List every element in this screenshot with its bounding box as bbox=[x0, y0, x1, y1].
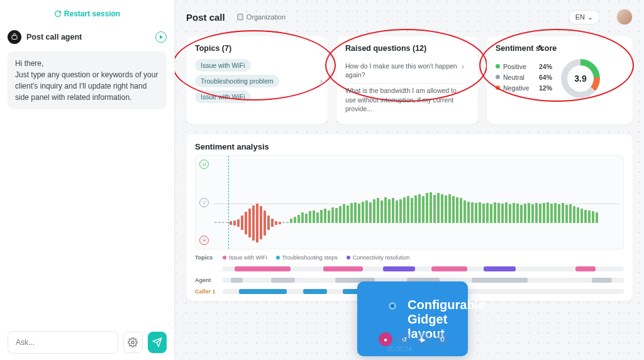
settings-button[interactable] bbox=[123, 332, 143, 353]
positive-dot-icon bbox=[496, 64, 500, 68]
rewind-button[interactable]: ↺ bbox=[397, 332, 411, 346]
sentiment-analysis-title: Sentiment analysis bbox=[195, 142, 624, 151]
chevron-down-icon: ⌄ bbox=[587, 13, 593, 21]
chart-bars bbox=[214, 156, 619, 249]
sentiment-analysis-card: Sentiment analysis Topics Issue with bbox=[186, 134, 633, 301]
play-icon[interactable] bbox=[155, 31, 167, 43]
restart-session-label: Restart session bbox=[64, 9, 120, 18]
ask-input[interactable] bbox=[8, 331, 118, 354]
page-title: Post call bbox=[186, 12, 225, 23]
svg-rect-0 bbox=[12, 36, 17, 40]
svg-rect-2 bbox=[238, 14, 243, 20]
sentiment-card-title: Sentiment score bbox=[496, 44, 624, 53]
happy-face-icon bbox=[199, 160, 209, 169]
agent-title: Post call agent bbox=[26, 33, 150, 41]
chevron-right-icon: › bbox=[462, 61, 464, 72]
main-area: Post call Organization EN ⌄ Topics (7) ›… bbox=[175, 0, 644, 360]
topic-tag[interactable]: Issue with WiFi bbox=[195, 59, 251, 72]
neutral-dot-icon bbox=[496, 75, 500, 79]
sad-face-icon bbox=[199, 236, 209, 245]
topic-tag[interactable]: Troubleshooting problem bbox=[195, 75, 279, 87]
questions-card: Raised questions (12) How do I make sure… bbox=[336, 36, 478, 124]
neutral-face-icon bbox=[199, 198, 209, 207]
agent-header: Post call agent bbox=[8, 26, 167, 48]
playback-controls: ● ↺ ▶ ↻ bbox=[379, 332, 449, 346]
language-selector[interactable]: EN ⌄ bbox=[569, 10, 600, 25]
refresh-icon bbox=[54, 10, 62, 18]
topic-tag[interactable]: Issue with WiFi bbox=[195, 90, 251, 103]
timecode-label: 00:00:24 bbox=[387, 346, 412, 352]
agent-message-body: Just type any question or keywords of yo… bbox=[15, 70, 158, 102]
question-item[interactable]: How do I make sure this won't happen aga… bbox=[345, 59, 469, 84]
organization-pill[interactable]: Organization bbox=[236, 13, 286, 21]
send-icon bbox=[152, 337, 162, 347]
send-button[interactable] bbox=[148, 332, 167, 353]
sentiment-score-card: ↖ Sentiment score Positive24% Neutral64%… bbox=[487, 36, 633, 124]
sentiment-timeline-chart[interactable] bbox=[195, 155, 624, 249]
banner-marker-icon bbox=[389, 302, 396, 310]
topbar: Post call Organization EN ⌄ bbox=[186, 9, 633, 25]
agent-message: Hi there, Just type any question or keyw… bbox=[8, 52, 167, 109]
question-item[interactable]: What is the bandwidth I am allowed to us… bbox=[345, 84, 469, 117]
play-button[interactable]: ▶ bbox=[416, 332, 430, 346]
svg-point-1 bbox=[131, 341, 134, 344]
sidebar: Restart session Post call agent Hi there… bbox=[0, 0, 175, 360]
cursor-icon: ↖ bbox=[538, 43, 545, 52]
topics-track[interactable] bbox=[223, 266, 624, 271]
sentiment-score-value: 3.9 bbox=[567, 65, 594, 92]
topics-card-title: Topics (7) bbox=[195, 44, 319, 53]
sentiment-breakdown: Positive24% Neutral64% Negative12% bbox=[496, 63, 552, 95]
chevron-right-icon[interactable]: › bbox=[320, 75, 323, 85]
questions-card-title: Raised questions (12) bbox=[345, 44, 469, 53]
record-button[interactable]: ● bbox=[379, 332, 392, 346]
gear-icon bbox=[128, 337, 138, 347]
building-icon bbox=[236, 13, 244, 21]
user-avatar[interactable] bbox=[616, 9, 633, 25]
negative-dot-icon bbox=[496, 85, 500, 90]
topics-card: Topics (7) › Issue with WiFi Troubleshoo… bbox=[186, 36, 328, 124]
sentiment-donut-chart: 3.9 bbox=[561, 59, 600, 98]
forward-button[interactable]: ↻ bbox=[435, 332, 449, 346]
agent-avatar-icon bbox=[8, 30, 21, 44]
agent-message-greeting: Hi there, bbox=[15, 59, 43, 68]
restart-session-link[interactable]: Restart session bbox=[54, 9, 120, 18]
topics-track-row: Topics Issue with WiFi Troubleshooting s… bbox=[195, 254, 624, 261]
